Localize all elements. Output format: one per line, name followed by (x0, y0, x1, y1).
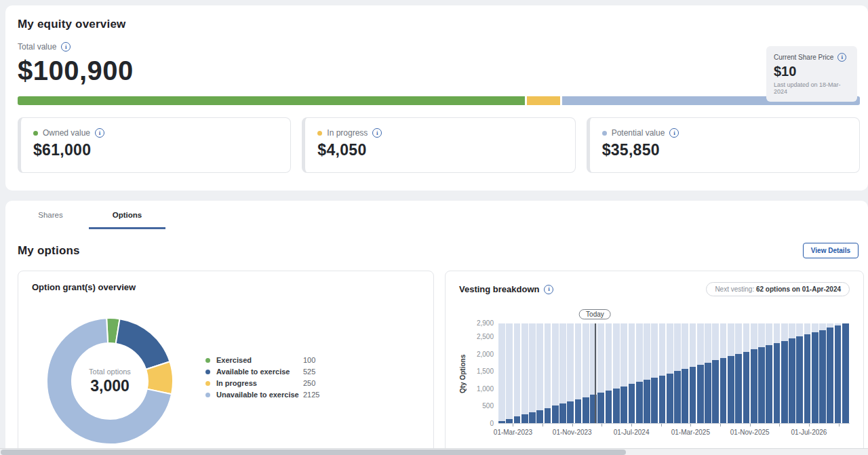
x-tick-mark (839, 424, 840, 427)
y-tick-2,000: 2,000 (477, 351, 494, 358)
vesting-bar (651, 323, 658, 423)
x-tick-mark (779, 424, 780, 427)
vesting-bar (644, 323, 651, 423)
vesting-bar (667, 323, 674, 423)
tab-shares[interactable]: Shares (12, 201, 89, 229)
view-details-button[interactable]: View Details (803, 243, 859, 258)
tab-options[interactable]: Options (89, 201, 165, 229)
vesting-bar (514, 323, 521, 423)
share-price-info-icon[interactable]: i (837, 53, 846, 62)
vesting-bar (529, 323, 536, 423)
vesting-bar (758, 323, 766, 423)
x-tick-mark (809, 424, 810, 427)
x-tick-label: 01-Jul-2026 (791, 429, 827, 436)
vesting-bar (590, 323, 597, 423)
legend-item-exercised[interactable]: Exercised 100 (205, 356, 319, 364)
today-marker-pill: Today (579, 309, 611, 319)
owned-value-dot (33, 131, 38, 136)
potential-value-label: Potential value (612, 128, 665, 138)
equity-progress-bar (18, 96, 860, 105)
vesting-info-icon[interactable]: i (544, 285, 553, 294)
potential-value-dot (602, 131, 607, 136)
in-progress-dot (317, 131, 322, 136)
owned-value-info-icon[interactable]: i (95, 128, 104, 138)
potential-value-card: Potential value i $35,850 (587, 117, 860, 173)
vesting-bar (575, 323, 583, 423)
x-tick-mark (542, 424, 543, 427)
chart-plot-area: Today (498, 323, 850, 424)
vesting-bar (674, 323, 682, 423)
unavailable-dot (205, 393, 210, 397)
vesting-bar (743, 323, 751, 423)
vesting-bar (545, 323, 552, 423)
potential-value-info-icon[interactable]: i (669, 128, 679, 138)
in-progress-seg-label: In progress (216, 379, 303, 387)
my-options-title: My options (18, 244, 80, 258)
y-axis-ticks: 05001,0001,5002,0002,5002,900 (470, 323, 498, 424)
total-value-info-icon[interactable]: i (61, 42, 71, 52)
share-price-value: $10 (774, 64, 850, 79)
x-tick-mark (720, 424, 721, 427)
vesting-bar (812, 323, 819, 423)
vesting-bar (712, 323, 719, 423)
total-options-donut-chart: Total options 3,000 (39, 310, 181, 452)
x-tick-mark (631, 424, 632, 427)
x-tick-mark (572, 424, 573, 427)
available-value: 525 (303, 368, 315, 376)
owned-value-amount: $61,000 (33, 141, 279, 159)
vesting-bar (506, 323, 513, 423)
x-axis: 01-Mar-202301-Nov-202301-Jul-202401-Mar-… (509, 424, 850, 439)
unavailable-value: 2125 (303, 391, 319, 399)
vesting-bar (766, 323, 773, 423)
vesting-bar (682, 323, 689, 423)
horizontal-scrollbar-thumb[interactable] (1, 450, 626, 455)
progress-segment-owned (18, 96, 525, 105)
vesting-bar (620, 323, 628, 423)
total-value-label: Total value (18, 42, 56, 52)
equity-overview-panel: My equity overview Total value i $100,90… (5, 5, 868, 191)
unavailable-label: Unavailable to exercise (216, 391, 303, 399)
current-share-price-card: Current Share Price i $10 Last updated o… (766, 46, 857, 102)
vesting-bar (781, 323, 789, 423)
x-tick-label: 01-Jul-2024 (614, 429, 650, 436)
vesting-bar (613, 323, 620, 423)
y-tick-2,500: 2,500 (477, 333, 494, 340)
legend-item-available[interactable]: Available to exercise 525 (205, 368, 319, 376)
in-progress-info-icon[interactable]: i (372, 128, 382, 138)
legend-item-in-progress[interactable]: In progress 250 (205, 379, 319, 387)
y-tick-1,500: 1,500 (477, 368, 494, 375)
tab-bar: Shares Options (5, 201, 868, 229)
vesting-bar (796, 323, 804, 423)
vesting-bar (835, 323, 842, 423)
share-price-label: Current Share Price (774, 54, 833, 61)
vesting-bar (804, 323, 812, 423)
vesting-bar (629, 323, 636, 423)
equity-overview-title: My equity overview (18, 18, 860, 31)
vesting-breakdown-card: Vesting breakdown i Next vesting: 62 opt… (445, 271, 864, 455)
in-progress-label: In progress (327, 128, 368, 138)
legend-item-unavailable[interactable]: Unavailable to exercise 2125 (205, 391, 319, 399)
horizontal-scrollbar (0, 448, 868, 455)
option-grants-card: Option grant(s) overview Total options 3… (18, 271, 434, 455)
y-axis-label: Qty Options (459, 323, 470, 424)
vesting-bar (606, 323, 613, 423)
x-tick-mark (750, 424, 751, 427)
in-progress-amount: $4,050 (317, 141, 564, 159)
chart-bars (498, 323, 850, 423)
vesting-bar (728, 323, 735, 423)
vesting-bar (690, 323, 697, 423)
vesting-bar (559, 323, 567, 423)
owned-value-label: Owned value (43, 128, 90, 138)
vesting-bar (842, 323, 850, 423)
vesting-bar (720, 323, 728, 423)
available-label: Available to exercise (216, 368, 303, 376)
x-tick-mark (690, 424, 691, 427)
vesting-breakdown-title: Vesting breakdown (459, 284, 539, 294)
x-tick-label: 01-Mar-2023 (494, 429, 532, 436)
vesting-bar (735, 323, 743, 423)
y-tick-1,000: 1,000 (477, 385, 494, 393)
x-tick-label: 01-Mar-2025 (671, 429, 710, 436)
share-price-updated: Last updated on 18-Mar-2024 (774, 81, 850, 95)
exercised-value: 100 (303, 356, 315, 364)
next-vesting-prefix: Next vesting: (715, 285, 754, 293)
